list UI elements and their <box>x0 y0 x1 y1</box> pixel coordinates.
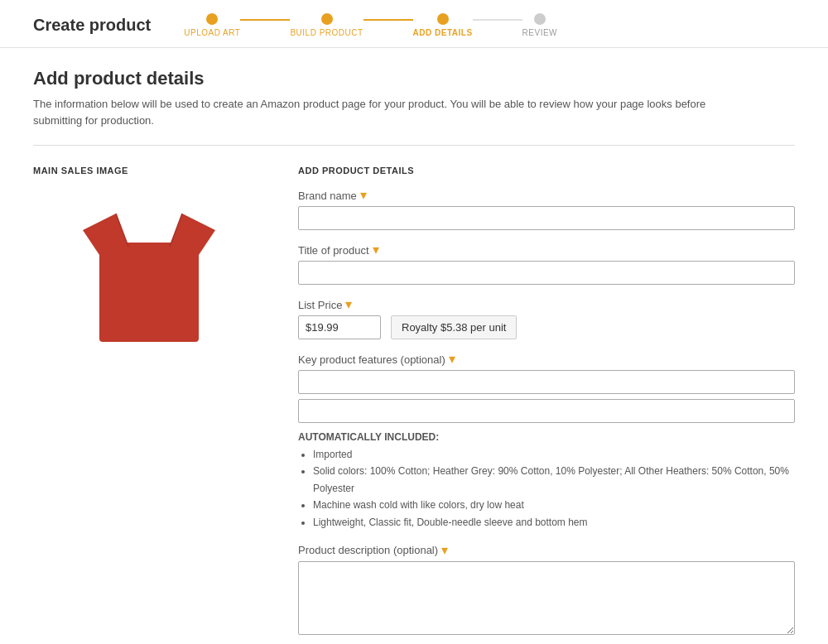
list-item: Lightweight, Classic fit, Double-needle … <box>313 514 795 531</box>
key-features-line1[interactable] <box>298 370 795 394</box>
product-image <box>33 189 265 363</box>
svg-rect-2 <box>99 243 199 342</box>
product-description-chevron: ▾ <box>441 544 448 557</box>
section-description: The information below will be used to cr… <box>33 96 745 128</box>
section-title: Add product details <box>33 68 795 89</box>
key-features-line2[interactable] <box>298 399 795 423</box>
left-column-label: MAIN SALES IMAGE <box>33 166 265 175</box>
price-row: Royalty $5.38 per unit <box>298 315 795 339</box>
left-column: MAIN SALES IMAGE <box>33 166 265 363</box>
step-dot-upload-art <box>206 13 218 25</box>
title-required: ▾ <box>373 243 379 257</box>
auto-included-section: AUTOMATICALLY INCLUDED: Imported Solid c… <box>298 431 795 531</box>
content-columns: MAIN SALES IMAGE <box>33 166 795 644</box>
auto-included-list: Imported Solid colors: 100% Cotton; Heat… <box>298 446 795 531</box>
auto-included-label: AUTOMATICALLY INCLUDED: <box>298 431 795 443</box>
brand-name-label: Brand name ▾ <box>298 189 795 202</box>
step-upload-art[interactable]: UPLOAD ART <box>184 13 240 37</box>
brand-name-input[interactable] <box>298 206 795 230</box>
step-label-build-product: BUILD PRODUCT <box>290 28 363 37</box>
list-price-label: List Price ▾ <box>298 298 795 311</box>
brand-name-group: Brand name ▾ <box>298 189 795 230</box>
list-item: Imported <box>313 446 795 463</box>
right-column-label: ADD PRODUCT DETAILS <box>298 166 795 175</box>
title-group: Title of product ▾ <box>298 243 795 285</box>
royalty-badge: Royalty $5.38 per unit <box>391 315 517 339</box>
main-content: Add product details The information belo… <box>0 48 828 644</box>
step-review[interactable]: REVIEW <box>522 13 557 37</box>
divider <box>33 145 795 146</box>
product-description-group: Product description (optional) ▾ <box>298 544 795 637</box>
key-features-group: Key product features (optional) ▾ AUTOMA… <box>298 353 795 531</box>
connector-1 <box>240 19 290 21</box>
connector-2 <box>363 19 413 21</box>
step-add-details[interactable]: ADD DETAILS <box>413 13 473 37</box>
list-price-group: List Price ▾ Royalty $5.38 per unit <box>298 298 795 339</box>
product-description-label: Product description (optional) ▾ <box>298 544 795 557</box>
step-dot-add-details <box>437 13 449 25</box>
step-label-upload-art: UPLOAD ART <box>184 28 240 37</box>
brand-name-required: ▾ <box>360 189 367 202</box>
progress-bar: UPLOAD ART BUILD PRODUCT ADD DETAILS REV… <box>184 13 557 37</box>
connector-3 <box>473 19 522 21</box>
step-label-review: REVIEW <box>522 28 557 37</box>
svg-point-3 <box>131 210 167 230</box>
title-input[interactable] <box>298 261 795 285</box>
step-dot-build-product <box>321 13 333 25</box>
right-column: ADD PRODUCT DETAILS Brand name ▾ Title o… <box>298 166 795 644</box>
title-label: Title of product ▾ <box>298 243 795 257</box>
tshirt-illustration <box>83 205 215 346</box>
key-features-label: Key product features (optional) ▾ <box>298 353 795 366</box>
price-input[interactable] <box>298 315 381 339</box>
list-item: Solid colors: 100% Cotton; Heather Grey:… <box>313 463 795 497</box>
key-features-chevron: ▾ <box>449 353 455 366</box>
list-item: Machine wash cold with like colors, dry … <box>313 497 795 513</box>
step-label-add-details: ADD DETAILS <box>413 28 473 37</box>
header: Create product UPLOAD ART BUILD PRODUCT … <box>0 0 828 48</box>
step-dot-review <box>534 13 546 25</box>
list-price-required: ▾ <box>345 298 352 311</box>
step-build-product[interactable]: BUILD PRODUCT <box>290 13 363 37</box>
product-description-textarea[interactable] <box>298 561 795 635</box>
page-title: Create product <box>33 16 151 35</box>
